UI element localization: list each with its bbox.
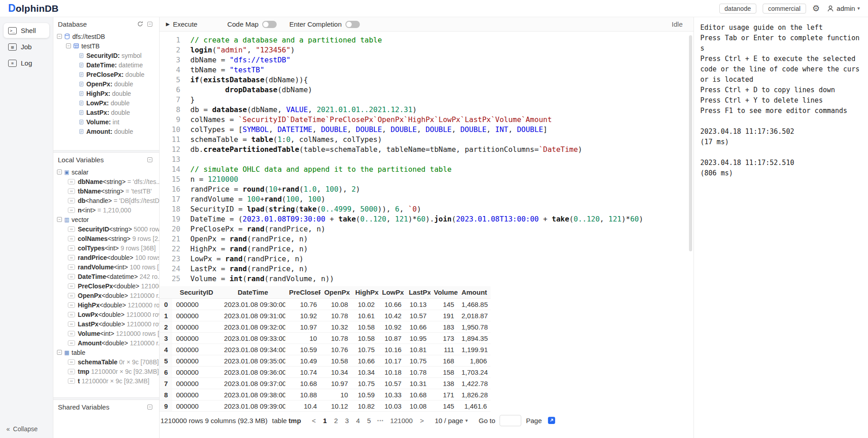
column-header[interactable]: HighPx <box>352 288 378 296</box>
column-header[interactable]: Amount <box>458 288 491 296</box>
table-row[interactable]: 20000002023.01.08 09:32:0010.9710.3210.5… <box>160 321 491 333</box>
tree-node-database[interactable]: −dfs://testDB <box>53 32 159 41</box>
editor-scrollbar[interactable] <box>689 35 692 251</box>
code-editor[interactable]: 1// create a database and a partitioned … <box>160 32 693 286</box>
code-line[interactable]: 12db.createPartitionedTable(table=schema… <box>160 145 693 155</box>
code-line[interactable]: 25Volume = int(rand(randVolume, n)) <box>160 274 693 284</box>
column-header[interactable]: Volume <box>430 288 458 296</box>
variable-item[interactable]: ∞schemaTable 0r × 9c [708B] <box>53 357 159 367</box>
refresh-icon[interactable] <box>137 21 143 27</box>
column-header[interactable]: LastPx <box>405 288 430 296</box>
open-in-new-icon[interactable] <box>547 416 556 424</box>
variable-item[interactable]: ∞randVolume<int> 100 rows [... <box>53 262 159 272</box>
variable-item[interactable]: ∞colTypes<int> 9 rows [36B] <box>53 243 159 253</box>
table-row[interactable]: 60000002023.01.08 09:36:0010.7410.3410.3… <box>160 367 491 378</box>
variable-item[interactable]: ∞SecurityID<string> 5000 row... <box>53 224 159 234</box>
pagination-prev[interactable]: < <box>309 417 319 424</box>
code-line[interactable]: 10colTypes = [SYMBOL, DATETIME, DOUBLE, … <box>160 125 693 135</box>
code-line[interactable]: 19DateTime = (2023.01.08T09:30:00 + take… <box>160 214 693 224</box>
code-line[interactable]: 5if(existsDatabase(dbName)){ <box>160 75 693 85</box>
user-menu[interactable]: admin ▾ <box>826 5 860 13</box>
column-header[interactable]: SecurityID <box>172 288 220 296</box>
table-row[interactable]: 40000002023.01.08 09:34:0010.5910.7610.7… <box>160 344 491 355</box>
tree-expander-icon[interactable]: − <box>57 34 62 39</box>
code-line[interactable]: 6 dropDatabase(dbName) <box>160 85 693 95</box>
code-line[interactable]: 3dbName = "dfs://testDB" <box>160 55 693 65</box>
variable-item[interactable]: ∞tmp 1210000r × 9c [92.3MB] <box>53 367 159 376</box>
collapse-panel-icon[interactable]: − <box>147 22 155 27</box>
table-row[interactable]: 10000002023.01.08 09:31:0010.9210.7810.6… <box>160 310 491 321</box>
variable-item[interactable]: ∞HighPx<double> 1210000 ro... <box>53 300 159 310</box>
tree-node-column[interactable]: DateTime: datetime <box>53 60 159 70</box>
enter-completion-toggle[interactable] <box>345 21 360 28</box>
pagination-page-2[interactable]: 2 <box>331 417 340 424</box>
column-header[interactable]: OpenPx <box>321 288 352 296</box>
table-row[interactable]: 80000002023.01.08 09:38:0010.881010.5910… <box>160 389 491 400</box>
tree-node-column[interactable]: PreClosePx: double <box>53 70 159 79</box>
code-line[interactable]: 4tbName = "testTB" <box>160 65 693 75</box>
code-line[interactable]: 11schemaTable = table(1:0, colNames, col… <box>160 135 693 145</box>
tree-expander-icon[interactable]: − <box>66 43 71 48</box>
tree-node-column[interactable]: SecurityID: symbol <box>53 51 159 60</box>
variable-item[interactable]: ∞Volume<int> 1210000 rows [... <box>53 329 159 338</box>
code-line[interactable]: 7} <box>160 95 693 105</box>
code-line[interactable]: 9colNames = `SecurityID`DateTime`PreClos… <box>160 115 693 125</box>
commercial-button[interactable]: commercial <box>763 4 806 14</box>
tree-node-table[interactable]: −testTB <box>53 41 159 51</box>
execute-button[interactable]: ▶ Execute <box>166 20 198 28</box>
collapse-panel-icon[interactable]: − <box>147 157 155 162</box>
tree-node-column[interactable]: LowPx: double <box>53 98 159 108</box>
tree-node-column[interactable]: Amount: double <box>53 127 159 136</box>
column-header[interactable]: PreClosePx <box>285 288 321 296</box>
goto-page-input[interactable] <box>500 415 521 426</box>
variable-item[interactable]: ∞randPrice<double> 100 rows <box>53 253 159 262</box>
code-line[interactable]: 23LowPx = rand(randPrice, n) <box>160 254 693 264</box>
code-line[interactable]: 17randVolume = 100+rand(100, 100) <box>160 194 693 204</box>
pagination-page-4[interactable]: 4 <box>354 417 363 424</box>
column-header[interactable]: LowPx <box>378 288 405 296</box>
pagination-ellipsis[interactable]: ••• <box>375 418 386 423</box>
code-line[interactable]: 8db = database(dbName, VALUE, 2021.01.01… <box>160 105 693 115</box>
tree-node-column[interactable]: OpenPx: double <box>53 79 159 89</box>
pagination-next[interactable]: > <box>417 417 427 424</box>
code-line[interactable]: 15n = 1210000 <box>160 174 693 184</box>
variable-item[interactable]: ∞dbName<string> = 'dfs://tes... <box>53 177 159 186</box>
gear-icon[interactable]: ⚙ <box>812 4 820 13</box>
code-map-toggle[interactable] <box>262 21 277 28</box>
code-line[interactable]: 16randPrice = round(10+rand(1.0, 100), 2… <box>160 184 693 194</box>
variable-group-vector[interactable]: −▥vector <box>53 215 159 224</box>
variable-item[interactable]: ∞DateTime<datetime> 242 ro... <box>53 272 159 281</box>
variable-item[interactable]: ∞tbName<string> = 'testTB' <box>53 186 159 196</box>
variable-group-scalar[interactable]: −▣scalar <box>53 167 159 177</box>
tree-node-column[interactable]: LastPx: double <box>53 108 159 117</box>
tree-expander-icon[interactable]: − <box>57 350 62 355</box>
code-line[interactable]: 18SecurityID = lpad(string(take(0..4999,… <box>160 204 693 214</box>
variable-item[interactable]: ∞Amount<double> 1210000 r... <box>53 338 159 348</box>
page-size-select[interactable]: 10 / page ▾ <box>435 417 468 424</box>
code-line[interactable]: 22HighPx = rand(randPrice, n) <box>160 244 693 254</box>
table-row[interactable]: 90000002023.01.08 09:39:0010.410.1210.82… <box>160 400 491 412</box>
collapse-button[interactable]: « Collapse <box>6 425 38 433</box>
nav-item-shell[interactable]: >_Shell <box>4 23 49 38</box>
column-header[interactable]: DateTime <box>221 288 286 296</box>
code-line[interactable]: 1// create a database and a partitioned … <box>160 35 693 45</box>
pagination-page-3[interactable]: 3 <box>342 417 351 424</box>
variable-item[interactable]: ∞LastPx<double> 1210000 rov... <box>53 319 159 329</box>
table-row[interactable]: 00000002023.01.08 09:30:0010.7610.0810.0… <box>160 299 491 310</box>
variable-item[interactable]: ∞PreClosePx<double> 121000... <box>53 281 159 291</box>
variable-item[interactable]: ∞db<handle> = 'DB[dfs://testD... <box>53 196 159 205</box>
tree-expander-icon[interactable]: − <box>57 217 62 222</box>
code-line[interactable]: 21OpenPx = rand(randPrice, n) <box>160 234 693 244</box>
variable-item[interactable]: ∞OpenPx<double> 1210000 r... <box>53 291 159 300</box>
code-line[interactable]: 24LastPx = rand(randPrice, n) <box>160 264 693 274</box>
datanode-button[interactable]: datanode <box>719 4 756 14</box>
table-row[interactable]: 30000002023.01.08 09:33:001010.7810.5810… <box>160 333 491 344</box>
nav-item-job[interactable]: ▤Job <box>4 39 49 54</box>
variable-item[interactable]: ∞n<int> = 1,210,000 <box>53 205 159 215</box>
variable-item[interactable]: ∞LowPx<double> 1210000 rov... <box>53 310 159 319</box>
pagination-page-121000[interactable]: 121000 <box>387 417 415 424</box>
variable-item[interactable]: ∞t 1210000r × 9c [92.3MB] <box>53 376 159 386</box>
code-line[interactable]: 20PreClosePx = rand(randPrice, n) <box>160 224 693 234</box>
variable-item[interactable]: ∞colNames<string> 9 rows [2... <box>53 234 159 243</box>
code-line[interactable]: 14// simulate OHLC data and append it to… <box>160 165 693 174</box>
